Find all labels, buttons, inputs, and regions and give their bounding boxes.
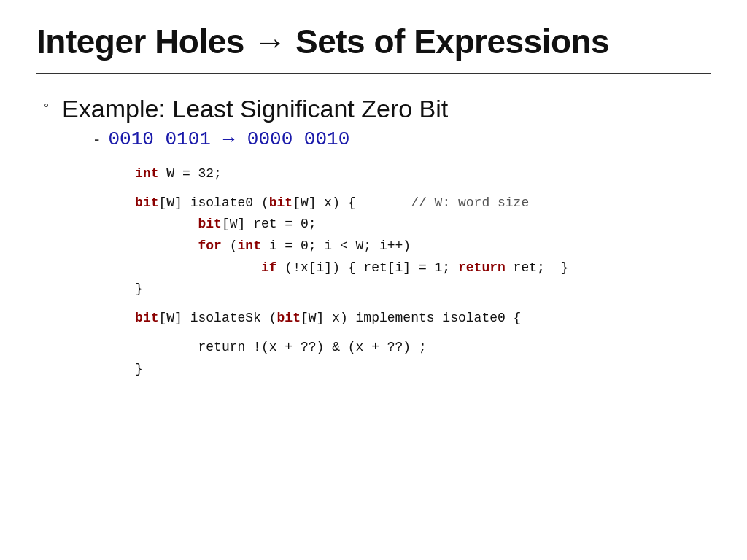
code-block: int W = 32; bit[W] isolate0 (bit[W] x) {… xyxy=(135,163,568,380)
code-line-4: for (int i = 0; i < W; i++) xyxy=(135,236,568,257)
sub-dash: - xyxy=(94,130,99,149)
code-line-3: bit[W] ret = 0; xyxy=(135,214,568,236)
code-line-10: } xyxy=(135,359,568,381)
title-section: Integer Holes → Sets of Expressions xyxy=(36,22,711,74)
title-arrow: → xyxy=(253,23,287,61)
example-content: Example: Least Significant Zero Bit - 00… xyxy=(62,95,568,380)
comment-1: // W: word size xyxy=(411,195,529,210)
sub-bullet: - 0010 0101 → 0000 0010 xyxy=(94,128,568,150)
kw-return-1: return xyxy=(458,260,506,275)
kw-bit-3: bit xyxy=(198,217,222,231)
code-line-2: bit[W] isolate0 (bit[W] x) { // W: word … xyxy=(135,192,568,214)
code-line-9: return !(x + ??) & (x + ??) ; xyxy=(135,337,568,359)
sub-arrow: → xyxy=(220,128,239,150)
page-title: Integer Holes → Sets of Expressions xyxy=(36,22,711,61)
kw-bit-5: bit xyxy=(277,311,301,325)
title-text-end: Sets of Expressions xyxy=(287,23,610,61)
kw-int-1: int xyxy=(135,166,158,181)
content-section: ◦ Example: Least Significant Zero Bit - … xyxy=(36,95,711,380)
code-line-5: if (!x[i]) { ret[i] = 1; return ret; } xyxy=(135,257,568,279)
kw-if: if xyxy=(261,260,277,275)
kw-bit-1: bit xyxy=(135,195,158,210)
bullet-circle: ◦ xyxy=(44,98,49,112)
code-line-6: } xyxy=(135,279,568,300)
example-heading: Example: Least Significant Zero Bit xyxy=(62,95,448,122)
kw-for: for xyxy=(198,238,222,253)
title-text-start: Integer Holes xyxy=(36,23,253,61)
sub-bits-after: 0000 0010 xyxy=(247,128,349,150)
kw-bit-4: bit xyxy=(135,311,158,325)
code-line-7: bit[W] isolateSk (bit[W] x) implements i… xyxy=(135,308,568,330)
sub-bits-before: 0010 0101 xyxy=(108,128,210,150)
code-line-1: int W = 32; xyxy=(135,163,568,185)
kw-bit-2: bit xyxy=(269,195,293,210)
kw-int-2: int xyxy=(238,238,261,253)
main-bullet-item: ◦ Example: Least Significant Zero Bit - … xyxy=(44,95,711,380)
